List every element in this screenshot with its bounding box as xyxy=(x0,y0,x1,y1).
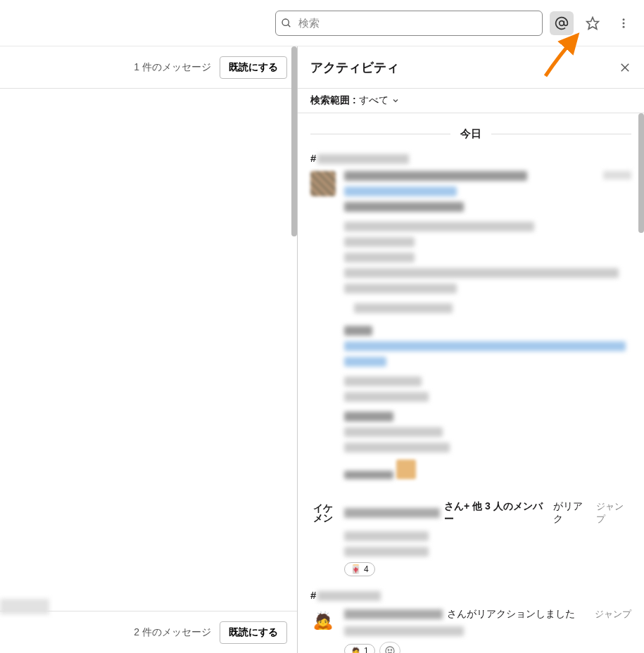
scrollbar[interactable] xyxy=(291,46,297,236)
close-button[interactable] xyxy=(619,61,631,74)
svg-point-0 xyxy=(282,19,289,25)
redacted-text xyxy=(344,222,534,232)
star-icon xyxy=(586,16,600,30)
redacted-text xyxy=(344,202,464,212)
redacted-item xyxy=(0,599,49,614)
redacted-text xyxy=(344,253,415,262)
svg-point-12 xyxy=(391,649,391,650)
reaction-count: 1 xyxy=(364,646,369,653)
redacted-text xyxy=(344,626,464,636)
message-count: 1 件のメッセージ xyxy=(134,61,211,74)
scrollbar[interactable] xyxy=(638,113,644,233)
channel-name[interactable]: # xyxy=(310,152,631,164)
redacted-text xyxy=(603,171,631,179)
reaction-count: 4 xyxy=(364,564,369,574)
redacted-text xyxy=(344,392,429,402)
redacted-emoji xyxy=(396,459,416,479)
redacted-text xyxy=(344,427,443,437)
reaction-emoji: 🀄 xyxy=(351,564,361,574)
redacted-text xyxy=(344,237,415,247)
search-input[interactable] xyxy=(275,11,543,36)
redacted-text xyxy=(344,268,619,278)
avatar: 🙇 xyxy=(310,608,336,633)
svg-point-11 xyxy=(388,649,389,650)
svg-point-10 xyxy=(386,647,394,653)
more-button[interactable] xyxy=(612,11,636,35)
avatar: イケメン xyxy=(310,500,336,526)
svg-point-6 xyxy=(623,25,625,27)
redacted-text xyxy=(344,357,386,367)
filter-label: 検索範囲 : xyxy=(310,94,356,107)
activity-item[interactable]: イケメン さん+ 他 3 人のメンバー がリアク ジャンプ 🀄 4 xyxy=(310,500,631,576)
filter-dropdown[interactable]: 検索範囲 : すべて xyxy=(298,89,644,113)
search-icon xyxy=(281,18,292,29)
reaction-pill[interactable]: 🀄 4 xyxy=(344,562,375,576)
jump-link[interactable]: ジャンプ xyxy=(596,500,632,526)
redacted-text xyxy=(344,508,440,518)
redacted-text xyxy=(344,443,450,452)
message-count: 2 件のメッセージ xyxy=(134,626,211,639)
activity-pane: アクティビティ 検索範囲 : すべて 今日 # xyxy=(298,46,644,653)
activity-item[interactable]: 🙇 さんがリアクションしました ジャンプ 🙇 1 xyxy=(310,608,631,653)
redacted-text xyxy=(344,412,393,421)
redacted-text xyxy=(344,609,443,619)
channel-name[interactable]: # xyxy=(310,589,631,601)
redacted-text xyxy=(317,591,381,601)
redacted-text xyxy=(344,284,457,293)
filter-value: すべて xyxy=(359,94,389,107)
mark-read-button[interactable]: 既読にする xyxy=(220,56,287,79)
reaction-emoji: 🙇 xyxy=(351,646,361,653)
at-icon xyxy=(555,16,569,30)
redacted-text xyxy=(354,303,453,313)
redacted-text xyxy=(317,154,409,164)
left-pane: 1 件のメッセージ 既読にする 2 件のメッセージ 既読にする xyxy=(0,46,298,653)
chevron-down-icon xyxy=(391,96,400,105)
redacted-text xyxy=(344,341,626,351)
star-button[interactable] xyxy=(581,11,605,35)
redacted-text xyxy=(344,471,393,479)
day-divider: 今日 xyxy=(310,127,631,141)
redacted-text xyxy=(344,186,457,196)
svg-point-2 xyxy=(560,20,564,25)
jump-link[interactable]: ジャンプ xyxy=(595,608,631,621)
panel-title: アクティビティ xyxy=(310,59,399,76)
svg-line-1 xyxy=(288,25,290,27)
activity-item[interactable] xyxy=(310,171,631,488)
svg-point-4 xyxy=(623,18,625,20)
avatar xyxy=(310,171,336,196)
redacted-text xyxy=(344,547,429,557)
mentions-button[interactable] xyxy=(550,11,574,35)
redacted-text xyxy=(344,531,429,541)
svg-point-5 xyxy=(623,22,625,24)
mark-read-button[interactable]: 既読にする xyxy=(220,621,287,644)
reaction-pill[interactable]: 🙇 1 xyxy=(344,644,375,653)
smile-plus-icon xyxy=(384,645,396,653)
more-vertical-icon xyxy=(617,17,630,30)
svg-marker-3 xyxy=(587,17,599,29)
redacted-text xyxy=(344,326,372,336)
redacted-text xyxy=(344,376,422,386)
add-reaction-button[interactable] xyxy=(379,642,400,653)
redacted-text xyxy=(344,171,527,181)
